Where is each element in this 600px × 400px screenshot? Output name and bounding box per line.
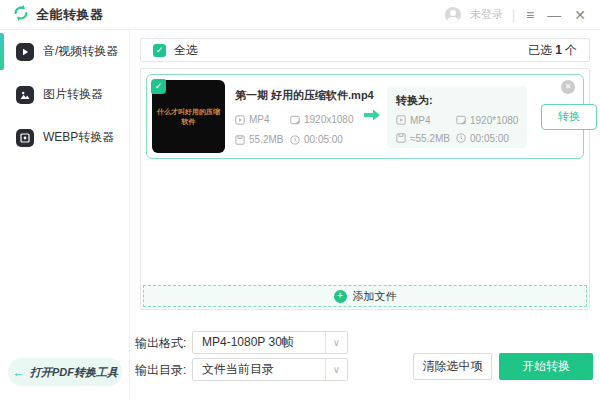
duration-icon <box>456 133 466 143</box>
selected-count-suffix: 个 <box>565 43 577 57</box>
duration-icon <box>290 135 300 145</box>
target-resolution: 1920*1080 <box>456 115 518 126</box>
start-convert-button[interactable]: 开始转换 <box>499 353 593 380</box>
open-pdf-tool-button[interactable]: ← 打开PDF转换工具 <box>8 358 122 386</box>
output-dir-label: 输出目录: <box>135 362 186 379</box>
select-all-label: 全选 <box>174 42 198 59</box>
target-format: MP4 <box>396 115 456 126</box>
chevron-down-icon: ∨ <box>325 332 347 353</box>
target-label: 转换为: <box>396 93 518 108</box>
output-format-value: MP4-1080P 30帧 <box>193 334 325 351</box>
add-files-button[interactable]: + 添加文件 <box>143 285 587 307</box>
convert-button[interactable]: 转换 <box>541 104 597 130</box>
add-files-label: 添加文件 <box>353 289 397 304</box>
sidebar-item-av-converter[interactable]: 音/视频转换器 <box>0 30 129 73</box>
resolution-icon <box>456 115 466 125</box>
sidebar: 音/视频转换器 图片转换器 WEBP转换器 ← 打开PDF转换工具 <box>0 30 130 400</box>
selected-count: 已选1个 <box>528 42 577 59</box>
back-arrow-icon: ← <box>12 365 25 380</box>
clear-selected-button[interactable]: 清除选中项 <box>413 353 492 380</box>
source-resolution: 1920x1080 <box>290 114 363 125</box>
selected-count-number: 1 <box>555 43 562 57</box>
titlebar-divider: | <box>512 8 515 22</box>
close-icon[interactable]: ✕ <box>572 8 588 22</box>
size-icon <box>235 135 245 145</box>
sidebar-item-label: WEBP转换器 <box>43 129 114 146</box>
menu-icon[interactable]: ≡ <box>524 8 536 22</box>
file-card: ✓ 什么才叫好用的压缩软件 第一期 好用的压缩软件.mp4 MP4 1920x1… <box>146 74 584 159</box>
app-logo-icon <box>12 4 30 25</box>
login-status[interactable]: 未登录 <box>470 7 503 22</box>
main-area: ✓ 全选 已选1个 ✓ 什么才叫好用的压缩软件 第一期 好用的压缩软件.mp4 … <box>130 30 600 400</box>
sidebar-item-image-converter[interactable]: 图片转换器 <box>0 73 129 116</box>
source-duration: 00:05:00 <box>290 134 363 145</box>
minimize-icon[interactable]: — <box>545 8 563 22</box>
format-icon <box>235 115 245 125</box>
chevron-down-icon: ∨ <box>325 359 347 380</box>
sidebar-item-webp-converter[interactable]: WEBP转换器 <box>0 116 129 159</box>
selected-count-prefix: 已选 <box>528 43 552 57</box>
format-icon <box>396 115 406 125</box>
size-icon <box>396 133 406 143</box>
file-name: 第一期 好用的压缩软件.mp4 <box>235 88 363 103</box>
source-size: 55.2MB <box>235 134 290 145</box>
title-bar: 全能转换器 未登录 | ≡ — ✕ <box>0 0 600 30</box>
thumbnail-text: 什么才叫好用的压缩软件 <box>155 107 222 125</box>
app-title: 全能转换器 <box>36 6 104 24</box>
output-dir-value: 文件当前目录 <box>193 361 325 378</box>
target-duration: 00:05:00 <box>456 133 518 144</box>
webp-converter-icon <box>16 129 34 147</box>
sidebar-item-label: 图片转换器 <box>43 86 103 103</box>
sidebar-item-label: 音/视频转换器 <box>43 43 118 60</box>
user-avatar[interactable] <box>445 7 461 23</box>
pdf-tool-label: 打开PDF转换工具 <box>30 365 118 380</box>
output-dir-select[interactable]: 文件当前目录 ∨ <box>192 358 348 381</box>
output-format-label: 输出格式: <box>135 335 186 352</box>
source-format: MP4 <box>235 114 290 125</box>
video-converter-icon <box>16 43 34 61</box>
file-checkbox[interactable]: ✓ <box>151 79 166 94</box>
plus-icon: + <box>334 290 347 303</box>
target-size: ≈55.2MB <box>396 133 456 144</box>
file-source-info: 第一期 好用的压缩软件.mp4 MP4 1920x1080 55.2MB <box>235 88 363 145</box>
convert-arrow-icon <box>363 108 381 125</box>
select-all-checkbox[interactable]: ✓ <box>153 44 166 57</box>
file-target-info: 转换为: MP4 1920*1080 ≈55.2MB <box>387 86 527 148</box>
resolution-icon <box>290 115 300 125</box>
file-list: ✓ 什么才叫好用的压缩软件 第一期 好用的压缩软件.mp4 MP4 1920x1… <box>140 68 590 310</box>
image-converter-icon <box>16 86 34 104</box>
app-logo: 全能转换器 <box>12 4 104 25</box>
select-all-bar: ✓ 全选 已选1个 <box>140 38 590 62</box>
remove-file-icon[interactable]: ✕ <box>561 80 575 94</box>
output-format-select[interactable]: MP4-1080P 30帧 ∨ <box>192 331 348 354</box>
